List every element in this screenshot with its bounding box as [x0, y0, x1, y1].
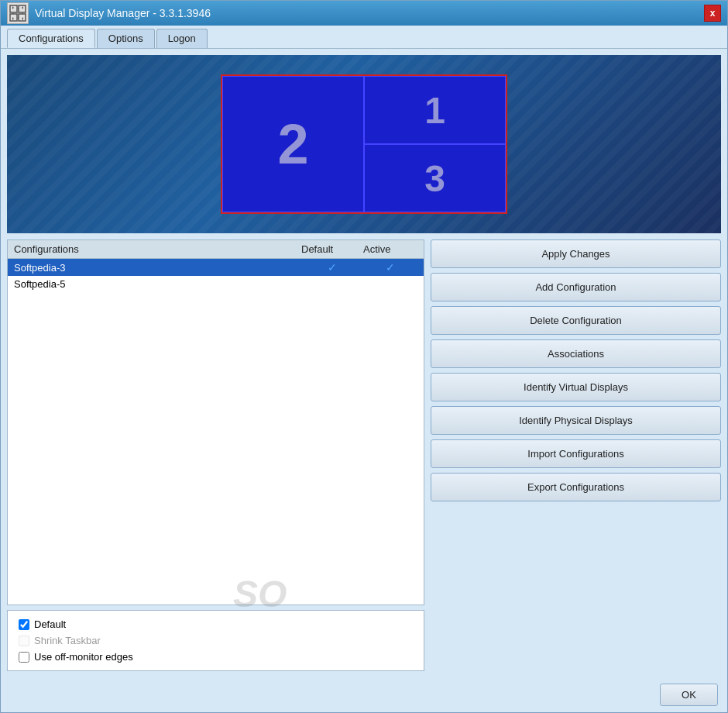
tab-bar: Configurations Options Logon	[1, 26, 727, 49]
right-panel: Apply Changes Add Configuration Delete C…	[431, 239, 721, 671]
header-active: Active	[363, 243, 417, 255]
option-off-monitor-row: Use off-monitor edges	[19, 651, 413, 663]
config-name-1: Softpedia-3	[14, 262, 301, 274]
display-cell-2: 2	[222, 76, 364, 212]
left-panel: Configurations Default Active Softpedia-…	[7, 239, 424, 671]
tab-logon[interactable]: Logon	[156, 29, 208, 48]
apply-changes-button[interactable]: Apply Changes	[431, 239, 721, 268]
svg-rect-3	[19, 14, 26, 21]
option-default-checkbox[interactable]	[19, 619, 29, 630]
option-default-label[interactable]: Default	[34, 618, 66, 630]
footer: OK	[1, 677, 727, 712]
title-bar: Virtual Display Manager - 3.3.1.3946 x	[1, 1, 727, 26]
import-configurations-button[interactable]: Import Configurations	[431, 439, 721, 468]
add-configuration-button[interactable]: Add Configuration	[431, 273, 721, 301]
tab-options[interactable]: Options	[97, 29, 155, 48]
option-off-monitor-checkbox[interactable]	[19, 652, 29, 663]
identify-virtual-displays-button[interactable]: Identify Virtual Displays	[431, 373, 721, 401]
config-name-2: Softpedia-5	[14, 278, 301, 290]
config-row-softpedia5[interactable]: Softpedia-5	[8, 276, 424, 292]
title-bar-left: Virtual Display Manager - 3.3.1.3946	[7, 2, 211, 24]
delete-configuration-button[interactable]: Delete Configuration	[431, 306, 721, 335]
option-off-monitor-label[interactable]: Use off-monitor edges	[34, 651, 133, 663]
header-default: Default	[301, 243, 363, 255]
display-cell-3: 3	[364, 144, 506, 212]
export-configurations-button[interactable]: Export Configurations	[431, 473, 721, 501]
window-title: Virtual Display Manager - 3.3.1.3946	[35, 7, 211, 19]
svg-rect-0	[10, 5, 17, 12]
display-cell-1: 1	[364, 76, 506, 144]
associations-button[interactable]: Associations	[431, 339, 721, 368]
option-shrink-taskbar-checkbox[interactable]	[19, 636, 29, 646]
svg-rect-2	[10, 14, 17, 21]
main-window: Virtual Display Manager - 3.3.1.3946 x C…	[0, 0, 728, 713]
preview-panel: 1 2 3	[7, 55, 721, 233]
main-content: 1 2 3 Configurations Default Acti	[1, 49, 727, 677]
config-active-check-1: ✓	[363, 261, 417, 274]
option-shrink-taskbar-row: Shrink Taskbar	[19, 635, 413, 646]
option-default-row: Default	[19, 618, 413, 630]
close-button[interactable]: x	[704, 5, 721, 22]
option-shrink-taskbar-label: Shrink Taskbar	[34, 635, 101, 646]
header-name: Configurations	[14, 243, 301, 255]
display-config: 1 2 3	[221, 74, 507, 214]
app-icon	[7, 2, 29, 24]
options-panel: Default Shrink Taskbar Use off-monitor e…	[7, 610, 424, 671]
config-default-check-1: ✓	[301, 261, 363, 274]
main-area: Configurations Default Active Softpedia-…	[7, 239, 721, 671]
configs-table: Configurations Default Active Softpedia-…	[7, 239, 424, 605]
tab-configurations[interactable]: Configurations	[7, 29, 95, 48]
config-row-softpedia3[interactable]: Softpedia-3 ✓ ✓	[8, 259, 424, 276]
identify-physical-displays-button[interactable]: Identify Physical Displays	[431, 406, 721, 435]
ok-button[interactable]: OK	[660, 684, 718, 706]
svg-rect-1	[19, 5, 26, 12]
configs-header: Configurations Default Active	[8, 240, 424, 259]
